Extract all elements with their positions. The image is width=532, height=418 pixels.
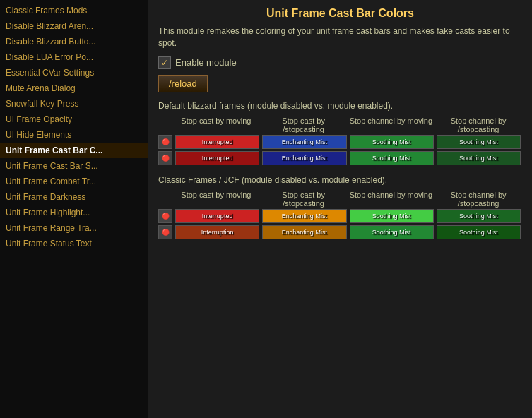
classic-cell-1-2-text: Enchanting Mist [282,213,327,220]
sidebar-item-unit-frame-cast-bar-c[interactable]: Unit Frame Cast Bar C... [0,143,148,158]
default-row-1: 🔴 Interrupted Enchanting Mist Soothing M… [158,135,522,149]
classic-cast-bar-grid: Stop cast by moving Stop cast by /stopca… [158,191,522,239]
default-cell-1-2-text: Enchanting Mist [282,138,327,145]
grid-header-row: Stop cast by moving Stop cast by /stopca… [158,117,522,133]
enable-checkbox[interactable]: ✓ [158,56,171,69]
classic-cell-2-1-text: Interruption [201,229,234,236]
sidebar-item-unit-frame-cast-bar-s[interactable]: Unit Frame Cast Bar S... [0,158,148,174]
classic-col-header-3: Stop channel by moving [348,191,435,208]
col-header-stop-cast-moving: Stop cast by moving [172,117,260,133]
main-content: Unit Frame Cast Bar Colors This module r… [148,0,532,418]
default-cell-2-4: Soothing Mist [437,151,521,165]
sidebar-item-ui-hide-elements[interactable]: UI Hide Elements [0,127,148,143]
module-description: This module remakes the coloring of your… [158,25,522,49]
classic-grid-header-row: Stop cast by moving Stop cast by /stopca… [158,191,522,208]
classic-row2-icon: 🔴 [158,225,172,239]
default-cell-1-3: Soothing Mist [350,135,434,149]
classic-row1-icon: 🔴 [158,209,172,223]
page-title: Unit Frame Cast Bar Colors [158,7,522,20]
sidebar-item-snowfall-key-press[interactable]: Snowfall Key Press [0,96,148,112]
sidebar-item-mute-arena[interactable]: Mute Arena Dialog [0,80,148,96]
sidebar-item-unit-frame-combat-tr[interactable]: Unit Frame Combat Tr... [0,174,148,189]
classic-cell-2-3-text: Soothing Mist [372,229,411,236]
col-header-stop-channel-moving: Stop channel by moving [348,117,435,133]
default-cell-1-2: Enchanting Mist [262,135,346,149]
classic-cell-2-2-text: Enchanting Mist [282,229,327,236]
default-cell-2-3-text: Soothing Mist [372,155,411,162]
sidebar: Classic Frames Mods Disable Blizzard Are… [0,0,148,418]
default-section-label: Default blizzard frames (module disabled… [158,101,522,111]
classic-cell-1-1: Interrupted [175,209,259,223]
reload-button[interactable]: /reload [158,75,208,92]
default-cell-1-1: Interrupted [175,135,259,149]
classic-cell-2-4-text: Soothing Mist [459,229,498,236]
classic-cell-1-2: Enchanting Mist [262,209,346,223]
classic-col-header-4: Stop channel by /stopcasting [435,191,522,208]
classic-section-label: Classic Frames / JCF (module disabled vs… [158,175,522,185]
sidebar-item-classic-frames-mods[interactable]: Classic Frames Mods [0,3,148,18]
default-row-2: 🔴 Interrupted Enchanting Mist Soothing M… [158,151,522,165]
enable-module-row: ✓ Enable module [158,56,522,69]
classic-cell-2-2: Enchanting Mist [262,225,346,239]
classic-cell-1-3: Soothing Mist [350,209,434,223]
enable-label: Enable module [175,57,237,68]
default-cell-2-4-text: Soothing Mist [459,155,498,162]
classic-row-1: 🔴 Interrupted Enchanting Mist Soothing M… [158,209,522,223]
classic-cell-2-1: Interruption [175,225,259,239]
classic-col-header-1: Stop cast by moving [172,191,260,208]
classic-cell-2-4: Soothing Mist [437,225,521,239]
classic-cell-1-3-text: Soothing Mist [372,213,411,220]
default-cast-bar-grid: Stop cast by moving Stop cast by /stopca… [158,117,522,165]
col-header-stop-cast-stopcasting: Stop cast by /stopcasting [260,117,348,133]
default-cell-2-3: Soothing Mist [350,151,434,165]
col-header-stop-channel-stopcasting: Stop channel by /stopcasting [435,117,522,133]
sidebar-item-unit-frame-status-text[interactable]: Unit Frame Status Text [0,236,148,251]
sidebar-item-disable-blizzard-butto[interactable]: Disable Blizzard Butto... [0,34,148,49]
classic-cell-1-1-text: Interrupted [202,213,233,220]
default-cell-1-4-text: Soothing Mist [459,138,498,145]
sidebar-item-disable-lua-error[interactable]: Disable LUA Error Po... [0,49,148,65]
default-cell-1-4: Soothing Mist [437,135,521,149]
sidebar-item-unit-frame-darkness[interactable]: Unit Frame Darkness [0,189,148,205]
row2-icon: 🔴 [158,151,172,165]
classic-cell-1-4-text: Soothing Mist [459,213,498,220]
row1-icon: 🔴 [158,135,172,149]
default-cell-2-1: Interrupted [175,151,259,165]
sidebar-item-unit-frame-highlight[interactable]: Unit Frame Highlight... [0,205,148,220]
sidebar-item-ui-frame-opacity[interactable]: UI Frame Opacity [0,112,148,127]
default-cell-1-1-text: Interrupted [202,138,233,145]
default-cell-2-2: Enchanting Mist [262,151,346,165]
sidebar-item-disable-blizzard-aren[interactable]: Disable Blizzard Aren... [0,18,148,34]
default-cell-1-3-text: Soothing Mist [372,138,411,145]
classic-row-2: 🔴 Interruption Enchanting Mist Soothing … [158,225,522,239]
sidebar-item-unit-frame-range-tra[interactable]: Unit Frame Range Tra... [0,220,148,236]
classic-cell-1-4: Soothing Mist [437,209,521,223]
sidebar-item-essential-cvar[interactable]: Essential CVar Settings [0,65,148,80]
classic-cell-2-3: Soothing Mist [350,225,434,239]
default-cell-2-1-text: Interrupted [202,155,233,162]
classic-col-header-2: Stop cast by /stopcasting [260,191,348,208]
default-cell-2-2-text: Enchanting Mist [282,155,327,162]
